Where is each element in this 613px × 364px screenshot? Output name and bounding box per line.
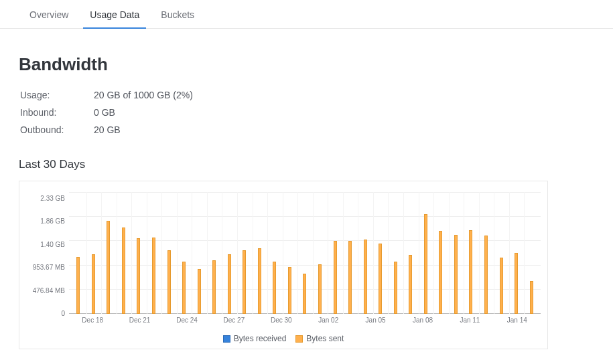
x-tick: Jan 05: [366, 316, 386, 324]
bar-bytes-sent: [76, 257, 80, 314]
bar-slot: [479, 192, 493, 314]
bar-bytes-sent: [288, 267, 291, 314]
bar-slot: [419, 192, 433, 314]
bar-bytes-sent: [137, 238, 140, 314]
bar-bytes-sent: [439, 231, 442, 314]
bar-bytes-sent: [469, 230, 472, 314]
stat-usage-value: 20 GB of 1000 GB (2%): [94, 90, 193, 100]
bar-slot: [161, 192, 176, 314]
y-tick: 476.84 MB: [33, 288, 65, 294]
bar-slot: [388, 192, 402, 314]
bar-slot: [253, 192, 267, 314]
bar-slot: [433, 192, 448, 314]
stat-inbound-value: 0 GB: [94, 107, 115, 118]
bar-bytes-sent: [318, 264, 322, 314]
bar-slot: [237, 192, 251, 314]
chart-legend: Bytes received Bytes sent: [26, 334, 541, 343]
stat-outbound-value: 20 GB: [94, 124, 121, 135]
bar-slot: [101, 192, 115, 314]
bar-bytes-sent: [394, 262, 397, 314]
x-tick: Jan 11: [460, 316, 480, 324]
bar-slot: [192, 192, 206, 314]
x-tick: Dec 24: [176, 316, 198, 324]
bar-slot: [222, 192, 236, 314]
chart-x-axis: Dec 18Dec 21Dec 24Dec 27Dec 30Jan 02Jan …: [69, 314, 541, 327]
bar-bytes-sent: [182, 262, 186, 314]
bar-bytes-sent: [424, 214, 427, 314]
bar-slot: [207, 192, 221, 314]
bar-slot: [283, 192, 297, 314]
legend-label: Bytes received: [234, 334, 287, 343]
bar-bytes-sent: [273, 262, 276, 314]
bandwidth-chart: 2.33 GB1.86 GB1.40 GB953.67 MB476.84 MB0…: [19, 181, 548, 349]
bar-bytes-sent: [379, 244, 382, 314]
bar-bytes-sent: [454, 235, 458, 314]
bar-slot: [464, 192, 478, 314]
x-tick: Jan 14: [507, 316, 527, 324]
stat-inbound: Inbound: 0 GB: [20, 107, 594, 118]
stat-outbound: Outbound: 20 GB: [20, 124, 594, 135]
bar-slot: [177, 192, 191, 314]
bar-slot: [494, 192, 508, 314]
x-tick: Dec 21: [129, 316, 151, 324]
legend-label: Bytes sent: [306, 334, 344, 343]
bar-bytes-sent: [243, 250, 246, 314]
chart-y-axis: 2.33 GB1.86 GB1.40 GB953.67 MB476.84 MB0: [26, 192, 69, 314]
tabs: Overview Usage Data Buckets: [0, 0, 613, 29]
bar-slot: [147, 192, 161, 314]
bar-bytes-sent: [500, 258, 503, 314]
last-30-days-title: Last 30 Days: [19, 158, 594, 171]
bar-bytes-sent: [212, 260, 216, 314]
page-title: Bandwidth: [19, 54, 594, 75]
bar-bytes-sent: [167, 250, 171, 314]
bar-bytes-sent: [107, 221, 110, 314]
bar-bytes-sent: [198, 269, 201, 314]
bar-bytes-sent: [364, 240, 367, 314]
bar-bytes-sent: [92, 254, 95, 314]
bar-bytes-sent: [348, 241, 352, 314]
bar-bytes-sent: [515, 253, 518, 314]
y-tick: 0: [61, 310, 65, 317]
bar-slot: [313, 192, 327, 314]
bar-bytes-sent: [334, 241, 337, 314]
bar-bytes-sent: [122, 227, 125, 314]
legend-bytes-sent: Bytes sent: [295, 334, 344, 343]
y-tick: 953.67 MB: [33, 264, 65, 271]
bandwidth-stats: Usage: 20 GB of 1000 GB (2%) Inbound: 0 …: [20, 90, 594, 135]
stat-inbound-label: Inbound:: [20, 107, 94, 118]
square-icon: [295, 335, 303, 343]
bar-slot: [343, 192, 357, 314]
y-tick: 1.40 GB: [40, 242, 65, 248]
bar-slot: [86, 192, 100, 314]
chart-plot: [69, 192, 541, 314]
tab-buckets[interactable]: Buckets: [150, 3, 205, 28]
legend-bytes-received: Bytes received: [223, 334, 287, 343]
y-tick: 1.86 GB: [40, 218, 65, 225]
bar-bytes-sent: [228, 254, 231, 314]
bar-bytes-sent: [530, 281, 533, 314]
bar-slot: [358, 192, 372, 314]
tab-overview[interactable]: Overview: [19, 3, 79, 28]
stat-usage: Usage: 20 GB of 1000 GB (2%): [20, 90, 594, 100]
bar-bytes-sent: [303, 274, 306, 314]
bar-slot: [328, 192, 342, 314]
bar-slot: [403, 192, 417, 314]
x-tick: Jan 02: [318, 316, 338, 324]
square-icon: [223, 335, 230, 343]
bar-bytes-sent: [258, 248, 261, 314]
bar-slot: [117, 192, 131, 314]
x-tick: Dec 30: [271, 316, 292, 324]
bar-bytes-sent: [409, 255, 412, 314]
x-tick: Jan 08: [413, 316, 433, 324]
bar-slot: [267, 192, 281, 314]
bar-slot: [449, 192, 463, 314]
bar-slot: [72, 192, 85, 314]
stat-usage-label: Usage:: [20, 90, 94, 100]
bar-slot: [524, 192, 538, 314]
stat-outbound-label: Outbound:: [20, 124, 94, 135]
bar-slot: [131, 192, 145, 314]
y-tick: 2.33 GB: [40, 195, 65, 202]
x-tick: Dec 18: [82, 316, 103, 324]
bar-slot: [373, 192, 387, 314]
tab-usage-data[interactable]: Usage Data: [79, 3, 150, 28]
